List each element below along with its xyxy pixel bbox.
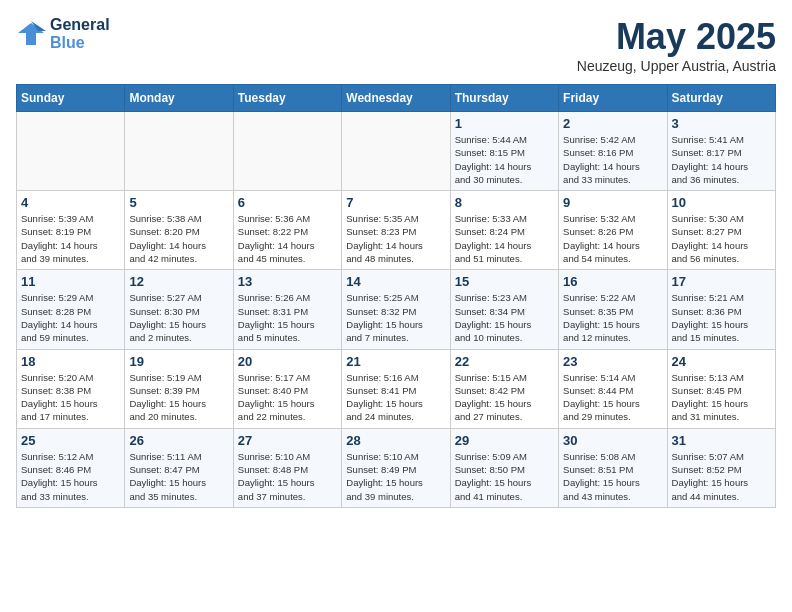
calendar-cell: 7Sunrise: 5:35 AM Sunset: 8:23 PM Daylig… <box>342 191 450 270</box>
day-number: 15 <box>455 274 554 289</box>
day-info: Sunrise: 5:21 AM Sunset: 8:36 PM Dayligh… <box>672 291 771 344</box>
day-number: 19 <box>129 354 228 369</box>
calendar-cell: 4Sunrise: 5:39 AM Sunset: 8:19 PM Daylig… <box>17 191 125 270</box>
day-number: 18 <box>21 354 120 369</box>
day-info: Sunrise: 5:32 AM Sunset: 8:26 PM Dayligh… <box>563 212 662 265</box>
calendar-cell: 10Sunrise: 5:30 AM Sunset: 8:27 PM Dayli… <box>667 191 775 270</box>
day-number: 16 <box>563 274 662 289</box>
calendar-cell: 16Sunrise: 5:22 AM Sunset: 8:35 PM Dayli… <box>559 270 667 349</box>
day-info: Sunrise: 5:15 AM Sunset: 8:42 PM Dayligh… <box>455 371 554 424</box>
day-number: 26 <box>129 433 228 448</box>
day-info: Sunrise: 5:42 AM Sunset: 8:16 PM Dayligh… <box>563 133 662 186</box>
day-info: Sunrise: 5:20 AM Sunset: 8:38 PM Dayligh… <box>21 371 120 424</box>
day-info: Sunrise: 5:41 AM Sunset: 8:17 PM Dayligh… <box>672 133 771 186</box>
calendar-cell: 29Sunrise: 5:09 AM Sunset: 8:50 PM Dayli… <box>450 428 558 507</box>
weekday-header: Friday <box>559 85 667 112</box>
calendar-cell: 9Sunrise: 5:32 AM Sunset: 8:26 PM Daylig… <box>559 191 667 270</box>
day-info: Sunrise: 5:27 AM Sunset: 8:30 PM Dayligh… <box>129 291 228 344</box>
calendar-cell: 27Sunrise: 5:10 AM Sunset: 8:48 PM Dayli… <box>233 428 341 507</box>
calendar-cell: 14Sunrise: 5:25 AM Sunset: 8:32 PM Dayli… <box>342 270 450 349</box>
day-info: Sunrise: 5:09 AM Sunset: 8:50 PM Dayligh… <box>455 450 554 503</box>
day-number: 30 <box>563 433 662 448</box>
calendar-table: SundayMondayTuesdayWednesdayThursdayFrid… <box>16 84 776 508</box>
day-number: 3 <box>672 116 771 131</box>
calendar-week-row: 18Sunrise: 5:20 AM Sunset: 8:38 PM Dayli… <box>17 349 776 428</box>
day-number: 13 <box>238 274 337 289</box>
calendar-cell: 19Sunrise: 5:19 AM Sunset: 8:39 PM Dayli… <box>125 349 233 428</box>
calendar-cell: 25Sunrise: 5:12 AM Sunset: 8:46 PM Dayli… <box>17 428 125 507</box>
day-info: Sunrise: 5:35 AM Sunset: 8:23 PM Dayligh… <box>346 212 445 265</box>
day-info: Sunrise: 5:44 AM Sunset: 8:15 PM Dayligh… <box>455 133 554 186</box>
logo: General Blue <box>16 16 110 51</box>
calendar-cell: 6Sunrise: 5:36 AM Sunset: 8:22 PM Daylig… <box>233 191 341 270</box>
calendar-cell: 26Sunrise: 5:11 AM Sunset: 8:47 PM Dayli… <box>125 428 233 507</box>
calendar-cell: 13Sunrise: 5:26 AM Sunset: 8:31 PM Dayli… <box>233 270 341 349</box>
svg-marker-0 <box>18 23 44 45</box>
day-info: Sunrise: 5:39 AM Sunset: 8:19 PM Dayligh… <box>21 212 120 265</box>
day-info: Sunrise: 5:23 AM Sunset: 8:34 PM Dayligh… <box>455 291 554 344</box>
location-subtitle: Neuzeug, Upper Austria, Austria <box>577 58 776 74</box>
day-number: 25 <box>21 433 120 448</box>
day-info: Sunrise: 5:19 AM Sunset: 8:39 PM Dayligh… <box>129 371 228 424</box>
calendar-cell <box>342 112 450 191</box>
day-number: 2 <box>563 116 662 131</box>
weekday-header: Thursday <box>450 85 558 112</box>
day-info: Sunrise: 5:11 AM Sunset: 8:47 PM Dayligh… <box>129 450 228 503</box>
day-info: Sunrise: 5:16 AM Sunset: 8:41 PM Dayligh… <box>346 371 445 424</box>
day-info: Sunrise: 5:29 AM Sunset: 8:28 PM Dayligh… <box>21 291 120 344</box>
calendar-cell: 31Sunrise: 5:07 AM Sunset: 8:52 PM Dayli… <box>667 428 775 507</box>
day-info: Sunrise: 5:10 AM Sunset: 8:49 PM Dayligh… <box>346 450 445 503</box>
day-info: Sunrise: 5:14 AM Sunset: 8:44 PM Dayligh… <box>563 371 662 424</box>
day-number: 20 <box>238 354 337 369</box>
logo-icon <box>16 19 46 49</box>
calendar-week-row: 11Sunrise: 5:29 AM Sunset: 8:28 PM Dayli… <box>17 270 776 349</box>
calendar-cell: 15Sunrise: 5:23 AM Sunset: 8:34 PM Dayli… <box>450 270 558 349</box>
day-number: 31 <box>672 433 771 448</box>
calendar-cell <box>17 112 125 191</box>
calendar-cell: 11Sunrise: 5:29 AM Sunset: 8:28 PM Dayli… <box>17 270 125 349</box>
calendar-cell: 8Sunrise: 5:33 AM Sunset: 8:24 PM Daylig… <box>450 191 558 270</box>
day-info: Sunrise: 5:22 AM Sunset: 8:35 PM Dayligh… <box>563 291 662 344</box>
weekday-header: Tuesday <box>233 85 341 112</box>
day-info: Sunrise: 5:10 AM Sunset: 8:48 PM Dayligh… <box>238 450 337 503</box>
day-info: Sunrise: 5:25 AM Sunset: 8:32 PM Dayligh… <box>346 291 445 344</box>
weekday-header: Monday <box>125 85 233 112</box>
day-info: Sunrise: 5:30 AM Sunset: 8:27 PM Dayligh… <box>672 212 771 265</box>
calendar-cell: 1Sunrise: 5:44 AM Sunset: 8:15 PM Daylig… <box>450 112 558 191</box>
calendar-header-row: SundayMondayTuesdayWednesdayThursdayFrid… <box>17 85 776 112</box>
day-number: 21 <box>346 354 445 369</box>
day-info: Sunrise: 5:13 AM Sunset: 8:45 PM Dayligh… <box>672 371 771 424</box>
day-number: 23 <box>563 354 662 369</box>
day-number: 24 <box>672 354 771 369</box>
calendar-week-row: 1Sunrise: 5:44 AM Sunset: 8:15 PM Daylig… <box>17 112 776 191</box>
day-info: Sunrise: 5:26 AM Sunset: 8:31 PM Dayligh… <box>238 291 337 344</box>
calendar-week-row: 25Sunrise: 5:12 AM Sunset: 8:46 PM Dayli… <box>17 428 776 507</box>
calendar-cell: 30Sunrise: 5:08 AM Sunset: 8:51 PM Dayli… <box>559 428 667 507</box>
calendar-cell: 20Sunrise: 5:17 AM Sunset: 8:40 PM Dayli… <box>233 349 341 428</box>
calendar-cell: 24Sunrise: 5:13 AM Sunset: 8:45 PM Dayli… <box>667 349 775 428</box>
day-number: 4 <box>21 195 120 210</box>
day-number: 6 <box>238 195 337 210</box>
calendar-cell <box>125 112 233 191</box>
day-number: 14 <box>346 274 445 289</box>
day-number: 5 <box>129 195 228 210</box>
calendar-cell: 28Sunrise: 5:10 AM Sunset: 8:49 PM Dayli… <box>342 428 450 507</box>
calendar-cell: 21Sunrise: 5:16 AM Sunset: 8:41 PM Dayli… <box>342 349 450 428</box>
logo-text-line1: General <box>50 16 110 34</box>
day-number: 28 <box>346 433 445 448</box>
day-number: 22 <box>455 354 554 369</box>
calendar-cell: 3Sunrise: 5:41 AM Sunset: 8:17 PM Daylig… <box>667 112 775 191</box>
day-info: Sunrise: 5:17 AM Sunset: 8:40 PM Dayligh… <box>238 371 337 424</box>
day-info: Sunrise: 5:12 AM Sunset: 8:46 PM Dayligh… <box>21 450 120 503</box>
day-number: 17 <box>672 274 771 289</box>
calendar-cell: 5Sunrise: 5:38 AM Sunset: 8:20 PM Daylig… <box>125 191 233 270</box>
calendar-cell: 17Sunrise: 5:21 AM Sunset: 8:36 PM Dayli… <box>667 270 775 349</box>
page-header: General Blue May 2025 Neuzeug, Upper Aus… <box>16 16 776 74</box>
day-number: 27 <box>238 433 337 448</box>
month-title: May 2025 <box>577 16 776 58</box>
day-number: 12 <box>129 274 228 289</box>
calendar-title-block: May 2025 Neuzeug, Upper Austria, Austria <box>577 16 776 74</box>
day-number: 8 <box>455 195 554 210</box>
logo-text-line2: Blue <box>50 34 110 52</box>
day-info: Sunrise: 5:36 AM Sunset: 8:22 PM Dayligh… <box>238 212 337 265</box>
